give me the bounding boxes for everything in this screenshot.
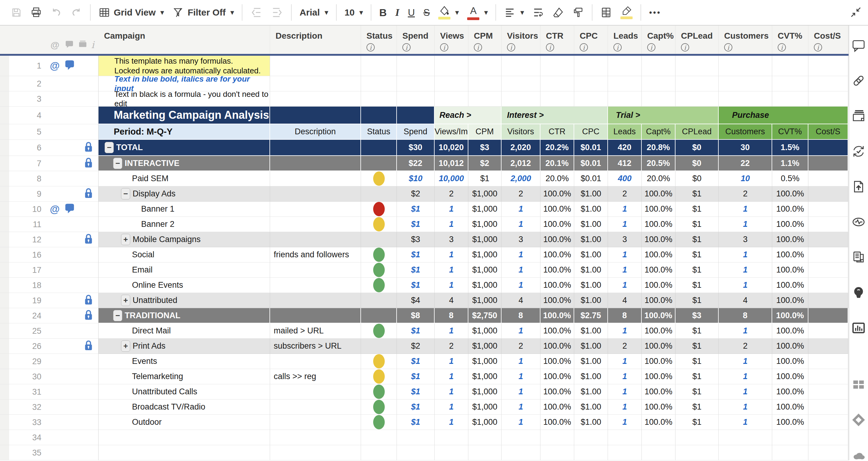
cell-ctr[interactable]: 100.0% <box>540 400 574 415</box>
cell-cpc[interactable]: $2.75 <box>574 308 608 323</box>
info-icon[interactable]: i <box>681 43 689 52</box>
cloud-icon[interactable] <box>851 448 866 461</box>
cell-capt[interactable]: 100.0% <box>642 415 676 430</box>
cell-campaign[interactable]: Events <box>98 354 270 369</box>
column-header-cvt[interactable]: CVT%i <box>772 26 808 54</box>
cell-customers[interactable]: 10 <box>719 171 772 186</box>
align-button[interactable]: ▾ <box>504 7 524 18</box>
cell-cost[interactable] <box>808 308 848 323</box>
cell-leads[interactable]: 1 <box>608 247 642 262</box>
cell-cplead[interactable]: CPLead <box>676 124 719 140</box>
cell-description[interactable] <box>270 308 361 323</box>
cell-cost[interactable] <box>808 354 848 369</box>
cell-status[interactable] <box>361 186 397 202</box>
cell-cost[interactable] <box>808 171 848 186</box>
cell-cpc[interactable]: $1.00 <box>574 400 608 415</box>
cell-visitors[interactable]: 2,012 <box>501 156 540 171</box>
cell-cpm[interactable]: $1,000 <box>468 202 501 217</box>
cell-ctr[interactable]: 20.2% <box>540 140 574 156</box>
cell-cvt[interactable]: CVT% <box>772 124 808 140</box>
row-gutter[interactable]: 12 <box>0 232 98 247</box>
cell-customers[interactable]: 3 <box>719 232 772 247</box>
cell-capt[interactable]: 20.8% <box>642 140 676 156</box>
cell-capt[interactable]: 100.0% <box>642 232 676 247</box>
cell-cpm[interactable]: $1,000 <box>468 323 501 339</box>
cell-ctr[interactable]: 20.0% <box>540 171 574 186</box>
cell-campaign[interactable]: This template has many formulas.Locked r… <box>98 56 270 76</box>
cell-cpc[interactable]: $1.00 <box>574 217 608 232</box>
cell-capt[interactable] <box>642 445 676 460</box>
cell-campaign[interactable]: −TRADITIONAL <box>98 308 270 323</box>
info-icon[interactable]: i <box>507 43 515 52</box>
cell-cvt[interactable]: 100.0% <box>772 384 808 400</box>
cell-description[interactable]: mailed > URL <box>270 323 361 339</box>
collapse-button[interactable]: − <box>104 142 114 153</box>
cell-capt[interactable]: 100.0% <box>642 293 676 308</box>
collapse-button[interactable]: − <box>113 158 122 169</box>
cell-cplead[interactable]: $1 <box>676 323 719 339</box>
cell-status[interactable] <box>361 140 397 156</box>
cell-cplead[interactable]: $1 <box>676 262 719 278</box>
cell-customers[interactable] <box>719 76 772 91</box>
cell-campaign[interactable]: Banner 1 <box>98 202 270 217</box>
cell-campaign[interactable]: Broadcast TV/Radio <box>98 400 270 415</box>
cell-status[interactable] <box>361 232 397 247</box>
cell-description[interactable]: friends and followers <box>270 247 361 262</box>
cell-cost[interactable] <box>808 202 848 217</box>
cell-cvt[interactable]: 100.0% <box>772 308 808 323</box>
cell-capt[interactable]: 20.5% <box>642 156 676 171</box>
cell-ctr[interactable]: 100.0% <box>540 262 574 278</box>
cell-cost[interactable] <box>808 91 848 107</box>
attachment-icon[interactable]: @ <box>50 60 60 71</box>
funnel-reach[interactable]: Reach > <box>435 107 501 124</box>
cell-views[interactable]: 1 <box>435 369 468 384</box>
cell-spend[interactable]: $30 <box>397 140 435 156</box>
apps-grid-icon[interactable] <box>851 378 866 392</box>
info-column-icon[interactable]: i <box>91 39 94 50</box>
italic-button[interactable]: I <box>395 7 399 18</box>
cell-campaign[interactable]: Telemarketing <box>98 369 270 384</box>
cell-cpc[interactable]: $1.00 <box>574 415 608 430</box>
cell-cpm[interactable]: $1,000 <box>468 369 501 384</box>
cell-customers[interactable]: 1 <box>719 400 772 415</box>
save-button[interactable] <box>11 7 22 18</box>
cell-ctr[interactable]: 100.0% <box>540 308 574 323</box>
cell-cvt[interactable]: 100.0% <box>772 186 808 202</box>
cell-description[interactable] <box>270 262 361 278</box>
publish-icon[interactable] <box>851 180 866 194</box>
cell-cplead[interactable]: $1 <box>676 232 719 247</box>
cell-views[interactable]: 1 <box>435 384 468 400</box>
cell-description[interactable] <box>270 384 361 400</box>
cell-capt[interactable]: 100.0% <box>642 354 676 369</box>
cell-cpc[interactable] <box>574 445 608 460</box>
cell-campaign[interactable]: Online Events <box>98 278 270 293</box>
cell-status[interactable] <box>361 323 397 339</box>
cell-cplead[interactable]: $3 <box>676 308 719 323</box>
clear-formatting-button[interactable] <box>552 7 564 18</box>
cell-ctr[interactable]: 100.0% <box>540 202 574 217</box>
cell-cplead[interactable]: $1 <box>676 339 719 354</box>
cell-customers[interactable] <box>719 430 772 445</box>
cell-views[interactable]: 10,000 <box>435 171 468 186</box>
row-gutter[interactable]: 11 <box>0 217 98 232</box>
cell-cpm[interactable]: $2 <box>468 156 501 171</box>
cell-spend[interactable] <box>397 76 435 91</box>
cell-capt[interactable]: 100.0% <box>642 202 676 217</box>
cell-visitors[interactable]: 3 <box>501 232 540 247</box>
cell-visitors[interactable]: 4 <box>501 293 540 308</box>
row-gutter[interactable]: 2 <box>0 76 98 91</box>
cell-description[interactable] <box>270 202 361 217</box>
cell-capt[interactable]: 100.0% <box>642 400 676 415</box>
cell-campaign[interactable]: −Display Ads <box>98 186 270 202</box>
cell-description[interactable] <box>270 415 361 430</box>
cell-customers[interactable]: 4 <box>719 293 772 308</box>
cell-cplead[interactable] <box>676 76 719 91</box>
cell-cpm[interactable] <box>468 91 501 107</box>
cell-views[interactable]: 1 <box>435 323 468 339</box>
cell-views[interactable]: 1 <box>435 262 468 278</box>
cell-visitors[interactable]: 1 <box>501 278 540 293</box>
cell-views[interactable]: 1 <box>435 415 468 430</box>
cell-status[interactable] <box>361 171 397 186</box>
cell-leads[interactable]: 400 <box>608 171 642 186</box>
collapse-button[interactable]: − <box>113 310 122 321</box>
